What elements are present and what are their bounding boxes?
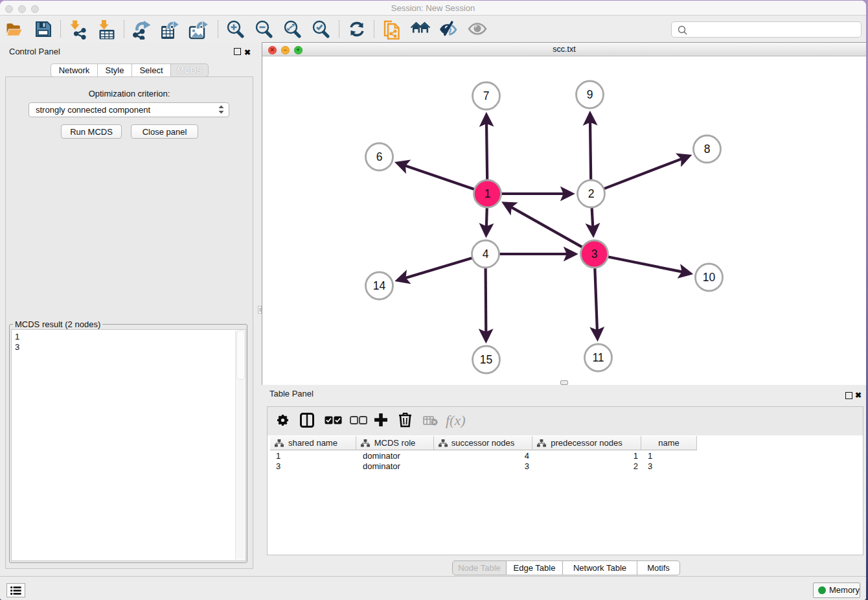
svg-text:2: 2 [588, 187, 594, 200]
svg-text:6: 6 [376, 150, 382, 163]
svg-text:15: 15 [479, 353, 492, 366]
svg-text:1: 1 [484, 187, 490, 200]
svg-text:8: 8 [703, 143, 710, 156]
svg-text:10: 10 [702, 271, 715, 284]
svg-text:7: 7 [483, 89, 489, 102]
svg-text:14: 14 [372, 279, 385, 292]
svg-text:3: 3 [591, 248, 597, 260]
svg-text:9: 9 [586, 88, 593, 101]
svg-text:11: 11 [592, 351, 604, 364]
svg-text:4: 4 [482, 248, 488, 260]
